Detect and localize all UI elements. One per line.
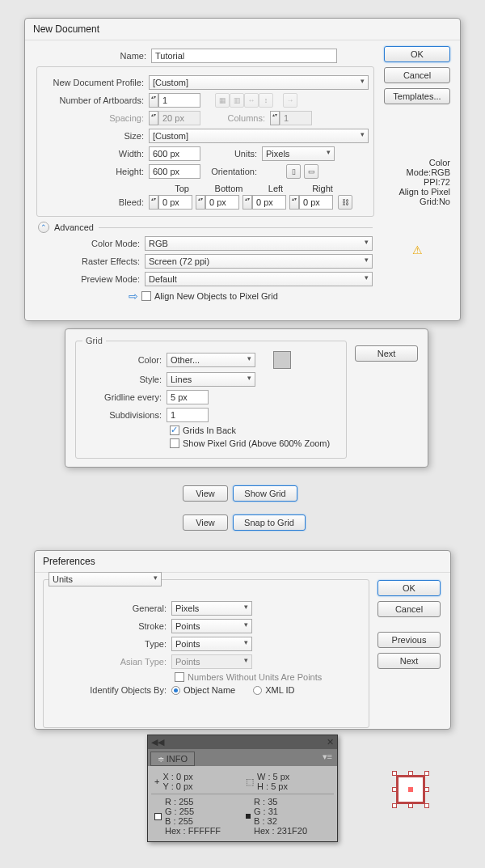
grid-color-label: Color: [82,355,167,365]
grids-in-back-checkbox[interactable] [170,426,179,435]
columns-label: Columns: [200,113,270,123]
profile-label: New Document Profile: [42,78,149,87]
prefs-section-select[interactable]: Units [48,572,162,586]
bleed-right-label: Right [299,184,346,193]
identify-label: Identify Objects By: [50,685,171,695]
type-label: Type: [50,639,171,649]
preferences-title: Preferences [35,551,450,573]
units-label: Units: [200,149,262,159]
subdivisions-input[interactable] [167,408,209,422]
dialog-title: New Document [25,19,460,40]
type-units-select[interactable]: Points [171,637,252,651]
align-pixel-checkbox[interactable] [141,291,151,301]
general-label: General: [50,603,171,613]
spacing-input [158,111,200,125]
grid-style-select[interactable]: Lines [167,372,255,387]
units-select[interactable]: Pixels [262,146,335,161]
stroke-units-select[interactable]: Points [171,619,252,633]
numbers-without-units-checkbox[interactable] [175,672,184,682]
fill-swatch-icon [154,813,162,820]
arrange-rtl-icon: → [283,93,297,108]
orientation-portrait-icon[interactable]: ▯ [286,164,301,179]
artboards-spinner[interactable]: ▴▾ [149,93,158,108]
size-label: Size: [42,131,149,141]
colormode-label: Color Mode: [38,239,145,248]
name-label: Name: [32,51,151,61]
artboards-label: Number of Artboards: [42,95,149,105]
grid-style-label: Style: [82,375,167,384]
templates-button[interactable]: Templates... [384,88,450,104]
show-pixel-grid-label: Show Pixel Grid (Above 600% Zoom) [183,438,330,448]
view-menu-button[interactable]: View [183,485,228,502]
columns-input [280,111,312,125]
snap-to-grid-button[interactable]: Snap to Grid [233,514,306,531]
artboards-input[interactable] [158,93,200,108]
show-grid-button[interactable]: Show Grid [233,485,297,502]
sample-shape[interactable] [396,775,425,804]
asian-type-select: Points [171,654,252,669]
subdivisions-label: Subdivisions: [82,410,167,420]
size-select[interactable]: [Custom] [149,129,369,143]
arrange-col-icon: ↕ [259,93,273,108]
orientation-landscape-icon[interactable]: ▭ [304,164,318,179]
orientation-label: Orientation: [200,167,262,176]
xml-id-radio[interactable] [253,686,262,695]
profile-select[interactable]: [Custom] [149,75,369,90]
bleed-left-label: Left [252,184,299,193]
bleed-left-input[interactable] [252,195,286,210]
next-button[interactable]: Next [355,345,418,362]
grid-color-select[interactable]: Other... [167,353,255,367]
warning-icon: ⚠ [412,243,423,256]
name-input[interactable] [151,49,337,63]
gridline-every-input[interactable] [167,390,209,404]
prefs-previous-button[interactable]: Previous [377,632,441,648]
raster-select[interactable]: Screen (72 ppi) [145,254,373,269]
gridline-every-label: Gridline every: [82,392,167,402]
link-bleed-icon[interactable]: ⛓ [338,195,352,210]
object-name-radio[interactable] [171,686,180,695]
bleed-label: Bleed: [42,197,149,207]
general-units-select[interactable]: Pixels [171,601,252,616]
bleed-right-input[interactable] [299,195,333,210]
prefs-next-button[interactable]: Next [377,653,441,669]
preferences-dialog: Preferences OK Cancel Previous Next Unit… [34,550,451,730]
height-input[interactable] [149,164,200,179]
info-tab: ≑ INFO [150,752,195,766]
columns-spinner: ▴▾ [270,111,280,125]
bleed-bottom-label: Bottom [205,184,252,193]
panel-dock-icon[interactable]: ◀◀ [151,737,164,747]
raster-label: Raster Effects: [38,256,145,266]
bleed-top-input[interactable] [158,195,192,210]
meta-ppi: PPI:72 [384,177,450,187]
panel-menu-icon[interactable]: ▾≡ [318,749,337,764]
width-label: Width: [42,149,149,159]
grids-in-back-label: Grids In Back [183,426,236,435]
show-pixel-grid-checkbox[interactable] [170,438,179,448]
crosshair-icon: + [154,777,159,786]
grid-color-swatch[interactable] [273,351,291,369]
bleed-bottom-input[interactable] [205,195,239,210]
arrange-row-icon: ↔ [244,93,259,108]
width-input[interactable] [149,146,200,161]
cancel-button[interactable]: Cancel [384,67,450,83]
stroke-swatch-icon [246,814,251,819]
collapse-icon[interactable]: ⌃ [38,222,49,233]
prefs-cancel-button[interactable]: Cancel [377,601,441,617]
colormode-select[interactable]: RGB [145,236,373,251]
numbers-without-units-label: Numbers Without Units Are Points [188,672,322,682]
view-menu-button-2[interactable]: View [183,514,228,531]
prefs-ok-button[interactable]: OK [377,580,441,596]
preview-label: Preview Mode: [38,274,145,284]
height-label: Height: [42,167,149,176]
ok-button[interactable]: OK [384,46,450,62]
arrange-grid-col-icon: ▥ [230,93,244,108]
preview-select[interactable]: Default [145,272,373,286]
xml-id-label: XML ID [265,685,294,695]
object-name-label: Object Name [183,685,235,695]
meta-colormode: Color Mode:RGB [384,158,450,177]
bleed-top-label: Top [158,184,205,193]
panel-close-icon[interactable]: ✕ [327,737,334,747]
meta-align: Align to Pixel Grid:No [384,187,450,206]
arrange-grid-row-icon: ▦ [215,93,230,108]
dimensions-icon: ⬚ [246,777,254,787]
